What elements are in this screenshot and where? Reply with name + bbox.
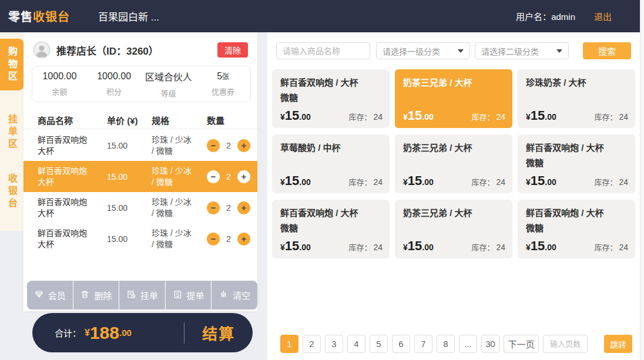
stat-level: 区域合伙人 等级 — [142, 69, 196, 99]
logout-button[interactable]: 退出 — [594, 10, 612, 22]
page-button-7[interactable]: 7 — [414, 335, 432, 353]
price-int: 15 — [285, 108, 299, 123]
minus-icon[interactable]: − — [207, 139, 220, 152]
product-name: 奶茶三兄弟 / 大杯 — [403, 206, 504, 221]
price-int: 15 — [408, 238, 422, 254]
qty-value: 2 — [226, 234, 232, 244]
member-button[interactable]: 会员 — [27, 281, 73, 309]
cart-rows: 鲜百香双响炮 大杯 15.00 珍珠 / 少冰 / 微糖 − 2 + 鲜百香双响… — [24, 130, 257, 254]
hold-order-button[interactable]: 挂单 — [119, 281, 166, 309]
stat-coupons: 5张 优惠券 — [196, 71, 250, 97]
cart-item-spec: 珍珠 / 少冰 / 微糖 — [152, 166, 207, 188]
sidebar-tab-shopping-area[interactable]: 购物区 — [0, 39, 24, 90]
stock-label: 库存： — [471, 243, 494, 252]
header: 零售收银台 百果园白新 ... 用户名：admin 退出 — [0, 0, 640, 32]
category-level2-select[interactable]: 请选择二级分类 — [475, 42, 569, 59]
stock-label: 库存： — [471, 178, 494, 187]
stock-label: 库存： — [594, 243, 617, 252]
plus-icon[interactable]: + — [237, 233, 250, 245]
product-grid: 鲜百香双响炮 / 大杯 微糖 ¥15.00库存：24 奶茶三兄弟 / 大杯 ¥1… — [272, 69, 635, 258]
category-level1-select[interactable]: 请选择一级分类 — [376, 42, 470, 59]
product-card-selected[interactable]: 奶茶三兄弟 / 大杯 ¥15.00库存：24 — [395, 69, 512, 128]
product-card[interactable]: 奶茶三兄弟 / 大杯 ¥15.00库存：24 — [395, 134, 512, 193]
chevron-down-icon — [556, 49, 562, 53]
cart-item-name: 鲜百香双响炮 大杯 — [38, 197, 107, 219]
sidebar-tab-held-orders[interactable]: 挂单区 — [0, 106, 24, 158]
stat-balance-label: 余额 — [32, 86, 87, 97]
cart-item-price: 15.00 — [107, 203, 152, 213]
next-page-button[interactable]: 下一页 — [504, 335, 539, 353]
cart-item-price: 15.00 — [107, 234, 152, 244]
product-name: 草莓酸奶 / 中杯 — [280, 140, 381, 156]
plus-icon[interactable]: + — [237, 201, 250, 214]
page-button-30[interactable]: 30 — [481, 335, 499, 353]
col-header-unit-price: 单价 (¥) — [107, 114, 152, 129]
page-button-6[interactable]: 6 — [392, 335, 410, 353]
cart-row[interactable]: 鲜百香双响炮 大杯 15.00 珍珠 / 少冰 / 微糖 − 2 + — [24, 192, 257, 223]
cart-row[interactable]: 鲜百香双响炮 大杯 15.00 珍珠 / 少冰 / 微糖 − 2 + — [24, 223, 257, 254]
page-button-4[interactable]: 4 — [347, 335, 365, 353]
pickup-order-button[interactable]: 提单 — [166, 281, 212, 309]
jump-button[interactable]: 跳转 — [604, 335, 632, 353]
hold-order-button-label: 挂单 — [140, 289, 158, 301]
price-dec: .00 — [545, 243, 556, 252]
product-card[interactable]: 鲜百香双响炮 / 大杯 微糖 ¥15.00库存：24 — [272, 69, 390, 128]
catalog-search-row: 请选择一级分类 请选择二级分类 搜索 — [276, 42, 631, 59]
page-button-3[interactable]: 3 — [325, 335, 343, 353]
clear-cart-button[interactable]: 清空 — [212, 281, 257, 309]
chevron-down-icon — [458, 49, 464, 53]
quantity-stepper: − 2 + — [207, 201, 257, 214]
qty-value: 2 — [226, 203, 232, 213]
page-button-1[interactable]: 1 — [280, 335, 298, 353]
cart-row-selected[interactable]: 鲜百香双响炮 大杯 15.00 珍珠 / 少冰 / 微糖 − 2 + — [24, 161, 257, 192]
price-currency: ¥ — [280, 243, 285, 252]
price-currency: ¥ — [403, 177, 408, 187]
stock-label: 库存： — [594, 178, 617, 187]
price-dec: .00 — [422, 112, 433, 122]
minus-icon[interactable]: − — [207, 233, 220, 245]
qty-value: 2 — [226, 140, 232, 150]
stat-balance-value: 1000.00 — [32, 71, 87, 82]
price-int: 15 — [408, 173, 422, 189]
page-button-8[interactable]: 8 — [437, 335, 455, 353]
price-currency: ¥ — [403, 243, 408, 252]
clear-cart-button-label: 清空 — [233, 289, 250, 301]
product-card[interactable]: 草莓酸奶 / 中杯 ¥15.00库存：24 — [272, 134, 390, 193]
product-name: 珍珠奶茶 / 大杯 — [526, 75, 627, 90]
minus-icon[interactable]: − — [207, 170, 220, 183]
search-button[interactable]: 搜索 — [583, 42, 631, 59]
cart-row[interactable]: 鲜百香双响炮 大杯 15.00 珍珠 / 少冰 / 微糖 − 2 + — [24, 130, 257, 161]
page-number-input[interactable] — [543, 335, 588, 353]
cart-item-name: 鲜百香双响炮 大杯 — [38, 228, 107, 250]
product-card[interactable]: 鲜百香双响炮 / 大杯 微糖 ¥15.00库存：24 — [518, 134, 635, 193]
page-button-5[interactable]: 5 — [370, 335, 388, 353]
stock-value: 24 — [496, 177, 505, 187]
plus-icon[interactable]: + — [237, 170, 250, 183]
total-currency: ¥ — [85, 328, 90, 338]
product-card[interactable]: 鲜百香双响炮 / 大杯 微糖 ¥15.00库存：24 — [518, 200, 635, 258]
stock-value: 24 — [373, 177, 383, 187]
sidebar-tab-cashier[interactable]: 收银台 — [0, 166, 24, 217]
page-button-2[interactable]: 2 — [303, 335, 321, 353]
clear-cart-icon — [219, 290, 229, 301]
product-card[interactable]: 奶茶三兄弟 / 大杯 ¥15.00库存：24 — [395, 200, 512, 258]
checkout-button[interactable]: 结算 — [202, 322, 235, 344]
username-label: 用户名： — [516, 12, 551, 22]
delete-button[interactable]: 删除 — [73, 281, 120, 309]
price-int: 15 — [531, 173, 545, 189]
plus-icon[interactable]: + — [237, 139, 250, 152]
page-ellipsis[interactable]: ... — [459, 335, 477, 353]
stat-points-value: 1000.00 — [87, 71, 142, 82]
catalog-panel: 请选择一级分类 请选择二级分类 搜索 鲜百香双响炮 / 大杯 微糖 ¥15.00… — [267, 32, 640, 360]
product-name-search-input[interactable] — [276, 42, 370, 59]
scrollbar-track[interactable] — [640, 0, 644, 360]
stat-level-value: 区域合伙人 — [142, 69, 196, 83]
product-card[interactable]: 珍珠奶茶 / 大杯 ¥15.00库存：24 — [518, 69, 635, 128]
stock-label: 库存： — [348, 113, 371, 122]
cart-item-price: 15.00 — [107, 172, 152, 181]
minus-icon[interactable]: − — [207, 201, 220, 214]
product-card[interactable]: 鲜百香双响炮 / 大杯 微糖 ¥15.00库存：24 — [272, 200, 390, 258]
product-name: 奶茶三兄弟 / 大杯 — [403, 75, 504, 90]
clear-customer-button[interactable]: 清除 — [217, 42, 248, 58]
qty-value: 2 — [226, 171, 232, 181]
